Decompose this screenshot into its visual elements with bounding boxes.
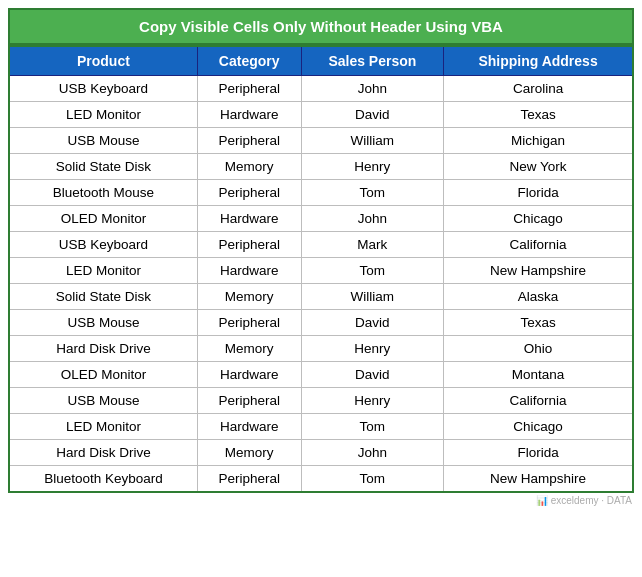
table-body: USB KeyboardPeripheralJohnCarolinaLED Mo… xyxy=(9,76,633,493)
table-cell: Alaska xyxy=(444,284,633,310)
table-cell: Hardware xyxy=(197,362,301,388)
table-cell: Bluetooth Keyboard xyxy=(9,466,197,493)
table-row: Hard Disk DriveMemoryJohnFlorida xyxy=(9,440,633,466)
table-cell: William xyxy=(301,128,444,154)
table-cell: Tom xyxy=(301,414,444,440)
table-cell: New Hampshire xyxy=(444,258,633,284)
table-cell: John xyxy=(301,440,444,466)
table-row: OLED MonitorHardwareJohnChicago xyxy=(9,206,633,232)
table-cell: California xyxy=(444,388,633,414)
table-row: USB KeyboardPeripheralMarkCalifornia xyxy=(9,232,633,258)
table-cell: Tom xyxy=(301,180,444,206)
table-cell: Florida xyxy=(444,180,633,206)
table-cell: Solid State Disk xyxy=(9,154,197,180)
table-cell: Chicago xyxy=(444,414,633,440)
table-row: Hard Disk DriveMemoryHenryOhio xyxy=(9,336,633,362)
column-header: Sales Person xyxy=(301,46,444,76)
table-cell: Hardware xyxy=(197,102,301,128)
table-cell: LED Monitor xyxy=(9,258,197,284)
column-header: Product xyxy=(9,46,197,76)
table-cell: Hardware xyxy=(197,206,301,232)
page-title: Copy Visible Cells Only Without Header U… xyxy=(8,8,634,45)
table-cell: John xyxy=(301,206,444,232)
table-cell: Peripheral xyxy=(197,388,301,414)
table-cell: David xyxy=(301,102,444,128)
table-cell: Memory xyxy=(197,154,301,180)
table-row: LED MonitorHardwareDavidTexas xyxy=(9,102,633,128)
table-header: ProductCategorySales PersonShipping Addr… xyxy=(9,46,633,76)
table-cell: Ohio xyxy=(444,336,633,362)
table-cell: OLED Monitor xyxy=(9,206,197,232)
table-cell: Carolina xyxy=(444,76,633,102)
table-row: USB MousePeripheralDavidTexas xyxy=(9,310,633,336)
table-cell: Florida xyxy=(444,440,633,466)
table-cell: Hardware xyxy=(197,414,301,440)
table-cell: Hard Disk Drive xyxy=(9,336,197,362)
column-header: Category xyxy=(197,46,301,76)
table-row: USB MousePeripheralHenryCalifornia xyxy=(9,388,633,414)
table-cell: David xyxy=(301,362,444,388)
table-row: LED MonitorHardwareTomNew Hampshire xyxy=(9,258,633,284)
watermark-text: 📊 exceldemy · DATA xyxy=(536,495,632,506)
table-cell: Hard Disk Drive xyxy=(9,440,197,466)
table-cell: Texas xyxy=(444,102,633,128)
table-cell: Peripheral xyxy=(197,128,301,154)
table-cell: California xyxy=(444,232,633,258)
table-row: LED MonitorHardwareTomChicago xyxy=(9,414,633,440)
table-cell: USB Mouse xyxy=(9,310,197,336)
header-row: ProductCategorySales PersonShipping Addr… xyxy=(9,46,633,76)
table-cell: Peripheral xyxy=(197,310,301,336)
table-cell: Tom xyxy=(301,258,444,284)
table-cell: USB Keyboard xyxy=(9,232,197,258)
table-cell: Hardware xyxy=(197,258,301,284)
table-cell: Solid State Disk xyxy=(9,284,197,310)
table-cell: Peripheral xyxy=(197,466,301,493)
table-cell: Chicago xyxy=(444,206,633,232)
table-row: Solid State DiskMemoryWilliamAlaska xyxy=(9,284,633,310)
table-cell: Montana xyxy=(444,362,633,388)
table-cell: William xyxy=(301,284,444,310)
table-cell: Texas xyxy=(444,310,633,336)
table-cell: USB Keyboard xyxy=(9,76,197,102)
table-row: Bluetooth KeyboardPeripheralTomNew Hamps… xyxy=(9,466,633,493)
table-row: Solid State DiskMemoryHenryNew York xyxy=(9,154,633,180)
table-row: USB MousePeripheralWilliamMichigan xyxy=(9,128,633,154)
data-table: ProductCategorySales PersonShipping Addr… xyxy=(8,45,634,493)
watermark: 📊 exceldemy · DATA xyxy=(8,493,634,506)
table-cell: Peripheral xyxy=(197,232,301,258)
table-cell: New Hampshire xyxy=(444,466,633,493)
table-cell: Bluetooth Mouse xyxy=(9,180,197,206)
table-cell: Peripheral xyxy=(197,76,301,102)
table-cell: Mark xyxy=(301,232,444,258)
table-cell: Memory xyxy=(197,336,301,362)
table-cell: USB Mouse xyxy=(9,128,197,154)
column-header: Shipping Address xyxy=(444,46,633,76)
table-cell: New York xyxy=(444,154,633,180)
table-cell: Henry xyxy=(301,388,444,414)
table-cell: Michigan xyxy=(444,128,633,154)
table-cell: OLED Monitor xyxy=(9,362,197,388)
table-cell: Tom xyxy=(301,466,444,493)
table-cell: USB Mouse xyxy=(9,388,197,414)
table-row: Bluetooth MousePeripheralTomFlorida xyxy=(9,180,633,206)
table-cell: Henry xyxy=(301,154,444,180)
table-cell: John xyxy=(301,76,444,102)
table-row: USB KeyboardPeripheralJohnCarolina xyxy=(9,76,633,102)
table-cell: Memory xyxy=(197,284,301,310)
page-wrapper: Copy Visible Cells Only Without Header U… xyxy=(0,0,642,514)
table-cell: Memory xyxy=(197,440,301,466)
table-row: OLED MonitorHardwareDavidMontana xyxy=(9,362,633,388)
table-cell: LED Monitor xyxy=(9,102,197,128)
table-cell: David xyxy=(301,310,444,336)
table-cell: LED Monitor xyxy=(9,414,197,440)
table-cell: Henry xyxy=(301,336,444,362)
table-cell: Peripheral xyxy=(197,180,301,206)
